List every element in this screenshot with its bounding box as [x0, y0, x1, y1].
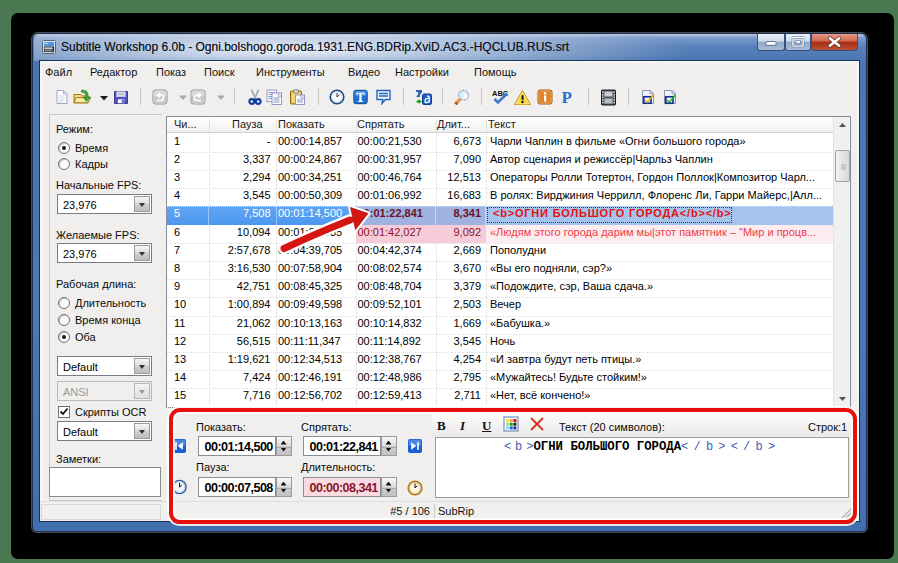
svg-text:P: P: [562, 89, 572, 105]
